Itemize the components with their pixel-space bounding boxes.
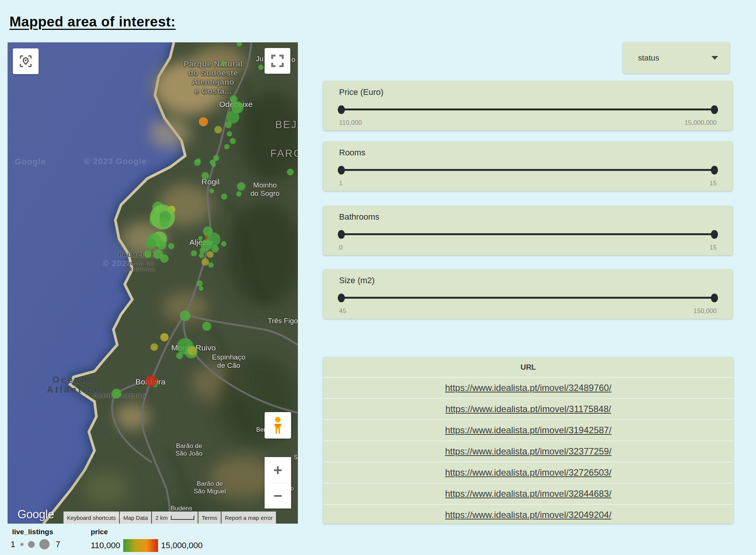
url-table: URL https://www.idealista.pt/imovel/3248…	[323, 357, 733, 524]
map-locate-button[interactable]	[13, 48, 39, 74]
zoom-out-button[interactable]: −	[265, 483, 291, 509]
price-slider-min-handle[interactable]	[338, 105, 345, 114]
bathrooms-slider-rail[interactable]	[341, 233, 714, 235]
bathrooms-slider-max-handle[interactable]	[711, 230, 718, 239]
report-map-error-link[interactable]: Report a map error	[222, 512, 276, 524]
size-slider-max-handle[interactable]	[711, 293, 718, 302]
legend-color-max: 15,000,000	[161, 541, 203, 550]
listing-marker[interactable]	[176, 352, 183, 359]
map-data-link[interactable]: Map Data	[120, 512, 151, 524]
price-slider-title: Price (Euro)	[339, 87, 383, 97]
rooms-slider-rail[interactable]	[341, 169, 714, 171]
bathrooms-slider-min-handle[interactable]	[338, 230, 345, 239]
listing-marker[interactable]	[236, 191, 242, 197]
listing-marker[interactable]	[194, 159, 201, 166]
listing-marker[interactable]	[199, 117, 208, 126]
listing-marker[interactable]	[112, 389, 121, 398]
url-table-row: https://www.idealista.pt/imovel/31942587…	[323, 419, 733, 440]
listing-url-link[interactable]: https://www.idealista.pt/imovel/32489760…	[445, 383, 611, 393]
fullscreen-icon	[271, 54, 284, 67]
rooms-slider-min-label: 1	[339, 180, 342, 187]
listing-marker[interactable]	[227, 131, 232, 136]
listing-marker[interactable]	[201, 258, 209, 266]
price-slider-card: Price (Euro) 110,000 15,000,000	[323, 81, 733, 130]
keyboard-shortcuts-button[interactable]: Keyboard shortcuts	[64, 512, 119, 524]
scale-bar	[171, 516, 194, 520]
size-slider-title: Size (m2)	[339, 276, 375, 285]
listing-marker[interactable]	[287, 169, 294, 175]
listing-marker[interactable]	[199, 253, 204, 258]
url-table-row: https://www.idealista.pt/imovel/32489760…	[323, 377, 733, 398]
listing-marker[interactable]	[224, 144, 229, 149]
listing-marker[interactable]	[144, 250, 152, 258]
listing-url-link[interactable]: https://www.idealista.pt/imovel/32049204…	[445, 510, 611, 520]
listing-marker[interactable]	[209, 189, 214, 193]
listing-url-link[interactable]: https://www.idealista.pt/imovel/32726503…	[445, 467, 611, 478]
listing-marker[interactable]	[208, 262, 214, 268]
map-legend: live_listings 1 7 price 110,000 15,000,0…	[0, 526, 242, 555]
chevron-down-icon	[711, 56, 718, 60]
listing-marker[interactable]	[198, 236, 203, 240]
listing-marker[interactable]	[187, 346, 197, 355]
zoom-control: + −	[265, 457, 291, 508]
listing-marker[interactable]	[191, 250, 197, 256]
rooms-slider-min-handle[interactable]	[338, 166, 345, 174]
listing-marker[interactable]	[221, 61, 225, 66]
listing-marker[interactable]	[197, 281, 203, 287]
legend-size-max: 7	[56, 539, 60, 549]
google-logo[interactable]: Google	[17, 508, 54, 521]
legend-dot-medium	[28, 541, 35, 548]
listing-marker[interactable]	[180, 310, 191, 321]
listing-marker[interactable]	[211, 245, 219, 253]
listing-marker[interactable]	[202, 322, 211, 331]
listing-marker[interactable]	[199, 286, 203, 291]
size-slider-rail[interactable]	[341, 297, 714, 299]
listing-marker[interactable]	[160, 333, 169, 341]
url-table-row: https://www.idealista.pt/imovel/31175848…	[323, 398, 733, 419]
listing-marker[interactable]	[160, 254, 169, 263]
url-table-row: https://www.idealista.pt/imovel/32726503…	[323, 462, 733, 483]
listing-marker[interactable]	[230, 138, 236, 144]
listing-marker[interactable]	[168, 243, 174, 249]
scale-label: 2 km	[155, 515, 168, 521]
bathrooms-slider-card: Bathrooms 0 15	[323, 206, 733, 255]
listing-marker[interactable]	[146, 238, 156, 249]
zoom-in-button[interactable]: +	[265, 457, 291, 483]
listing-marker[interactable]	[207, 251, 214, 258]
price-slider-rail[interactable]	[341, 109, 714, 110]
listing-url-link[interactable]: https://www.idealista.pt/imovel/31942587…	[445, 425, 611, 436]
legend-size-row: 1 7	[11, 539, 60, 549]
url-table-row: https://www.idealista.pt/imovel/32049204…	[323, 504, 733, 524]
listing-url-link[interactable]: https://www.idealista.pt/imovel/32844683…	[445, 488, 611, 499]
fullscreen-button[interactable]	[265, 48, 290, 74]
listing-marker[interactable]	[237, 182, 245, 191]
rooms-slider-title: Rooms	[339, 148, 366, 158]
url-table-row: https://www.idealista.pt/imovel/32844683…	[323, 483, 733, 504]
listing-marker[interactable]	[160, 217, 169, 227]
listing-url-link[interactable]: https://www.idealista.pt/imovel/31175848…	[445, 404, 611, 414]
listing-marker[interactable]	[221, 241, 226, 246]
listing-marker[interactable]	[157, 240, 166, 250]
pegman-button[interactable]	[265, 412, 291, 439]
listing-marker[interactable]	[146, 375, 157, 387]
listing-marker[interactable]	[150, 343, 158, 351]
legend-dot-small	[20, 543, 23, 546]
size-slider-min-label: 45	[339, 307, 346, 315]
listing-marker[interactable]	[214, 126, 222, 133]
terms-link[interactable]: Terms	[198, 512, 221, 524]
listing-marker[interactable]	[210, 160, 215, 165]
map[interactable]: Parque Natural do Sudoeste Alentejano e …	[8, 42, 298, 524]
legend-size-min: 1	[11, 539, 15, 549]
rooms-slider-max-handle[interactable]	[711, 166, 718, 174]
price-slider-max-handle[interactable]	[711, 105, 718, 114]
listing-url-link[interactable]: https://www.idealista.pt/imovel/32377259…	[445, 446, 611, 457]
status-dropdown[interactable]: status	[623, 42, 730, 73]
listing-marker[interactable]	[221, 194, 227, 200]
listing-marker[interactable]	[225, 121, 232, 128]
pin-in-frame-icon	[18, 54, 33, 69]
listing-marker[interactable]	[201, 172, 209, 180]
size-slider-min-handle[interactable]	[338, 293, 345, 302]
listing-marker[interactable]	[258, 65, 263, 70]
listing-marker[interactable]	[205, 236, 209, 239]
bathrooms-slider-min-label: 0	[339, 244, 342, 251]
